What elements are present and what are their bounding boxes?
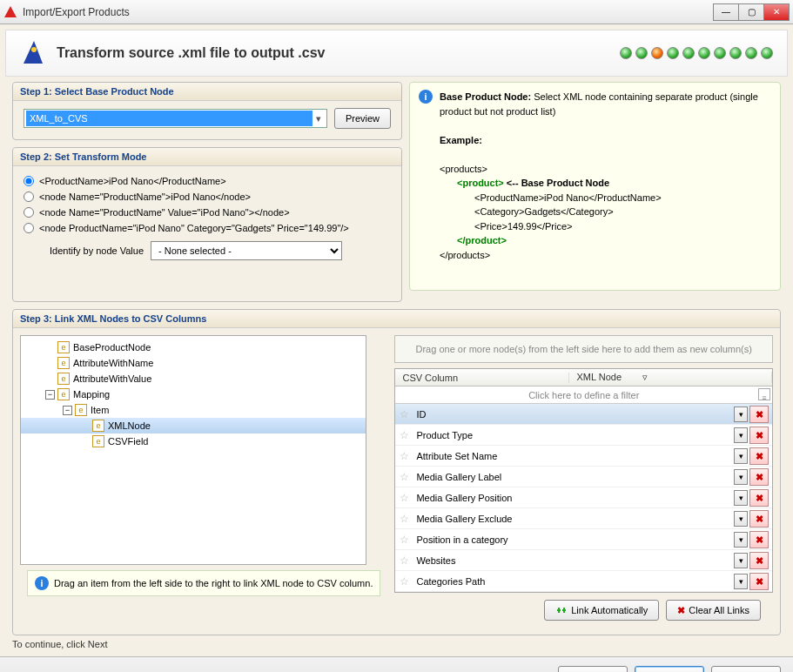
table-row[interactable]: ☆Websites▾✖: [395, 550, 772, 571]
filter-toggle-icon[interactable]: ≡: [758, 388, 770, 400]
dropdown-button[interactable]: ▾: [734, 574, 748, 589]
step-dot: [745, 47, 757, 59]
preview-button[interactable]: Preview: [334, 108, 391, 129]
dropdown-button[interactable]: ▾: [734, 532, 748, 548]
info-example-label: Example:: [440, 135, 482, 145]
clear-all-links-button[interactable]: ✖ Clear All Links: [666, 600, 761, 621]
transform-mode-option[interactable]: <node Name="ProductName">iPod Nano</node…: [24, 189, 391, 205]
xml-line: <Category>Gadgets</Category>: [440, 205, 771, 219]
delete-row-button[interactable]: ✖: [749, 468, 769, 486]
table-row[interactable]: ☆Categories Path▾✖: [395, 571, 772, 592]
table-row[interactable]: ☆Position in a category▾✖: [395, 529, 772, 550]
dropdown-button[interactable]: ▾: [734, 469, 748, 485]
favorite-star-icon[interactable]: ☆: [395, 471, 413, 483]
link-automatically-button[interactable]: Link Automatically: [544, 600, 659, 621]
delete-row-button[interactable]: ✖: [749, 447, 769, 465]
radio-label: <ProductName>iPod Nano</ProductName>: [39, 176, 226, 186]
info-content: Base Product Node: Select XML node conta…: [440, 90, 771, 262]
tree-node[interactable]: −eItem: [21, 402, 366, 418]
chevron-down-icon[interactable]: ▾: [312, 113, 325, 124]
transform-mode-option[interactable]: <node ProductName="iPod Nano" Category="…: [24, 220, 391, 236]
base-node-combo[interactable]: ▾: [24, 109, 327, 128]
app-icon: [3, 5, 17, 19]
favorite-star-icon[interactable]: ☆: [395, 575, 413, 588]
table-row[interactable]: ☆Attribute Set Name▾✖: [395, 446, 772, 467]
info-icon: i: [419, 90, 433, 104]
delete-row-button[interactable]: ✖: [749, 406, 769, 423]
delete-row-button[interactable]: ✖: [749, 427, 769, 444]
delete-row-button[interactable]: ✖: [749, 489, 769, 507]
tree-node[interactable]: eXMLNode: [21, 418, 366, 433]
xml-note: <-- Base Product Node: [504, 178, 609, 188]
xml-tree[interactable]: eBaseProductNodeeAttributeWithNameeAttri…: [20, 335, 366, 565]
dropdown-button[interactable]: ▾: [734, 407, 748, 422]
delete-row-button[interactable]: ✖: [749, 531, 769, 548]
tree-node-label: AttributeWithName: [73, 358, 153, 368]
csv-column-name: Media Gallery Exclude: [413, 514, 734, 524]
step-dot: [635, 47, 648, 59]
step-indicator: [620, 47, 773, 59]
window-title: Import/Export Products: [23, 6, 714, 18]
step-dot: [682, 47, 695, 59]
close-button[interactable]: ✕: [763, 3, 790, 21]
tree-node[interactable]: eAttributeWithName: [21, 355, 366, 371]
maximize-button[interactable]: ▢: [738, 3, 764, 21]
grid-filter-row[interactable]: Click here to define a filter ≡: [395, 386, 772, 404]
delete-row-button[interactable]: ✖: [749, 552, 769, 569]
xml-line: <Price>149.99</Price>: [440, 219, 771, 234]
grid-header-csv[interactable]: CSV Column: [395, 373, 569, 383]
identify-select[interactable]: - None selected -: [151, 241, 342, 260]
tree-node[interactable]: eAttributeWithValue: [21, 371, 366, 386]
xml-line: <product>: [457, 178, 504, 188]
dropdown-button[interactable]: ▾: [734, 448, 748, 464]
transform-mode-option[interactable]: <ProductName>iPod Nano</ProductName>: [24, 173, 391, 189]
tree-node[interactable]: eCSVField: [21, 433, 366, 449]
table-row[interactable]: ☆Media Gallery Exclude▾✖: [395, 508, 772, 529]
back-button[interactable]: < Back: [558, 666, 628, 672]
csv-column-name: ID: [413, 409, 734, 420]
expand-icon[interactable]: −: [63, 406, 72, 415]
base-node-input[interactable]: [26, 111, 312, 126]
table-row[interactable]: ☆Media Gallery Position▾✖: [395, 487, 772, 508]
grid-body[interactable]: ☆ID▾✖☆Product Type▾✖☆Attribute Set Name▾…: [395, 404, 772, 592]
table-row[interactable]: ☆Product Type▾✖: [395, 425, 772, 446]
radio-label: <node Name="ProductName">iPod Nano</node…: [39, 192, 251, 202]
radio-input[interactable]: [24, 223, 34, 233]
csv-column-name: Media Gallery Position: [413, 493, 734, 503]
radio-input[interactable]: [24, 192, 34, 202]
radio-label: <node Name="ProductName" Value="iPod Nan…: [39, 207, 290, 218]
dropdown-button[interactable]: ▾: [734, 427, 748, 443]
favorite-star-icon[interactable]: ☆: [395, 450, 413, 462]
dropdown-button[interactable]: ▾: [734, 490, 748, 506]
tree-node[interactable]: eBaseProductNode: [21, 339, 366, 355]
dropdown-button[interactable]: ▾: [734, 511, 748, 527]
favorite-star-icon[interactable]: ☆: [395, 492, 413, 504]
expand-icon[interactable]: −: [45, 390, 55, 400]
favorite-star-icon[interactable]: ☆: [395, 408, 413, 420]
element-icon: e: [57, 341, 70, 353]
favorite-star-icon[interactable]: ☆: [395, 534, 413, 546]
table-row[interactable]: ☆ID▾✖: [395, 404, 772, 425]
tree-node[interactable]: −eMapping: [21, 386, 366, 402]
radio-input[interactable]: [24, 207, 34, 218]
favorite-star-icon[interactable]: ☆: [395, 554, 413, 567]
delete-row-button[interactable]: ✖: [749, 510, 769, 528]
csv-column-name: Position in a category: [413, 534, 734, 545]
element-icon: e: [57, 357, 70, 369]
minimize-button[interactable]: —: [713, 3, 739, 21]
cancel-button[interactable]: Cancel: [711, 666, 781, 672]
delete-row-button[interactable]: ✖: [749, 573, 769, 590]
xml-line: <ProductName>iPod Nano</ProductName>: [440, 191, 771, 205]
element-icon: e: [92, 420, 104, 432]
next-button[interactable]: Next >: [635, 666, 704, 672]
element-icon: e: [57, 373, 70, 385]
grid-header-xml[interactable]: XML Node ▿: [569, 372, 772, 383]
radio-input[interactable]: [24, 176, 34, 186]
favorite-star-icon[interactable]: ☆: [395, 513, 413, 525]
column-drop-zone[interactable]: Drag one or more node(s) from the left s…: [394, 335, 773, 363]
step1-group: Step 1: Select Base Product Node ▾ Previ…: [12, 82, 402, 140]
dropdown-button[interactable]: ▾: [734, 553, 748, 568]
transform-mode-option[interactable]: <node Name="ProductName" Value="iPod Nan…: [24, 205, 391, 220]
table-row[interactable]: ☆Media Gallery Label▾✖: [395, 467, 772, 487]
favorite-star-icon[interactable]: ☆: [395, 429, 413, 441]
